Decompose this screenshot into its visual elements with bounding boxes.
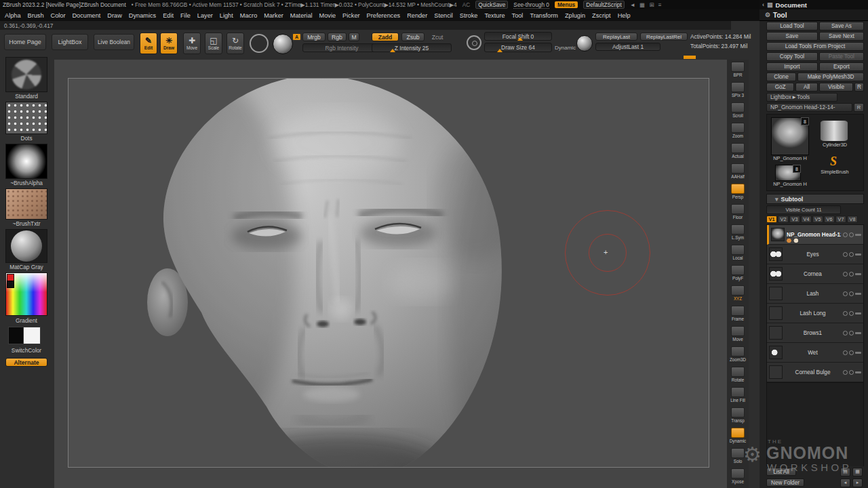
shelf-button[interactable]: SPix 3 <box>728 80 748 100</box>
grid-view-icon[interactable]: ▦ <box>852 468 863 476</box>
menu-item[interactable]: Layer <box>197 12 213 19</box>
material-thumb[interactable] <box>5 229 47 263</box>
menu-item[interactable]: Dynamics <box>129 12 156 19</box>
save-button[interactable]: Save <box>766 32 818 41</box>
scale-mode-button[interactable]: ◱ Scale <box>205 33 222 54</box>
shelf-button[interactable]: Move <box>728 324 748 344</box>
texture-thumb[interactable] <box>5 188 47 220</box>
menu-item[interactable]: Alpha <box>5 12 21 19</box>
rgb-button[interactable]: Rgb <box>328 33 347 41</box>
dynamic-label[interactable]: Dynamic <box>555 45 576 51</box>
menu-item[interactable]: Stencil <box>434 12 453 19</box>
menu-item[interactable]: Brush <box>28 12 44 19</box>
shelf-button[interactable]: AAHalf <box>728 161 748 182</box>
active-tool-name-bar[interactable]: NP_Gnomon Head-12-14- <box>766 103 852 112</box>
alternate-button[interactable]: Alternate <box>5 358 47 367</box>
subtool-row[interactable]: Lash Long <box>767 304 863 323</box>
secondary-color-swatch[interactable] <box>7 281 14 288</box>
zadd-button[interactable]: Zadd <box>372 33 399 41</box>
subtool-row-icons[interactable] <box>843 350 861 355</box>
menu-item[interactable]: Stroke <box>460 12 478 19</box>
color-picker[interactable] <box>5 272 47 316</box>
m-button[interactable]: M <box>349 33 359 41</box>
load-tool-button[interactable]: Load Tool <box>766 22 818 30</box>
subtool-thumb[interactable] <box>769 247 783 261</box>
shelf-button[interactable]: Xpose <box>728 466 748 487</box>
rotate-mode-button[interactable]: ↻ Rotate <box>226 33 244 54</box>
shelf-button[interactable]: Frame <box>728 304 748 324</box>
subtool-row-icons[interactable] <box>843 232 861 237</box>
subtool-view-tab[interactable]: V2 <box>778 216 789 223</box>
visible-button[interactable]: Visible <box>819 83 853 92</box>
shelf-button[interactable]: L.Sym <box>728 222 748 243</box>
subtool-expander-icon[interactable]: ▾ <box>775 196 778 203</box>
subtool-view-tab[interactable]: V6 <box>824 216 835 223</box>
subtool-view-tab[interactable]: V4 <box>801 216 812 223</box>
menu-item[interactable]: Macro <box>240 12 258 19</box>
draw-size-slider[interactable]: Draw Size 64 <box>484 43 552 52</box>
document-panel-header[interactable]: ‹ ▤ Document <box>760 0 868 9</box>
subtool-row-icons[interactable] <box>843 252 861 257</box>
mrgb-a-chip[interactable]: A <box>293 34 300 40</box>
menu-item[interactable]: Help <box>618 12 631 19</box>
subtool-row-icons[interactable] <box>843 291 861 296</box>
current-tool-thumb[interactable]: 8 <box>771 117 809 155</box>
see-through-slider[interactable]: See-through 0 <box>513 1 549 9</box>
visible-count-slider[interactable]: Visible Count 11 <box>766 205 841 214</box>
tool-panel-header[interactable]: ⚙ Tool <box>760 9 868 21</box>
alpha-thumb[interactable] <box>5 144 47 179</box>
save-as-button[interactable]: Save As <box>819 22 864 30</box>
shelf-button[interactable]: Scroll <box>728 100 748 121</box>
scroll-left-icon[interactable]: ◂ <box>840 479 850 487</box>
subtool-row[interactable]: Cornea <box>767 264 863 284</box>
menu-item[interactable]: Document <box>72 12 100 19</box>
menu-item[interactable]: Color <box>51 12 66 19</box>
load-tools-from-project-button[interactable]: Load Tools From Project <box>766 42 864 51</box>
shelf-button[interactable]: Zoom3D <box>728 344 748 365</box>
goz-button[interactable]: GoZ <box>766 83 794 92</box>
subtool-view-tab[interactable]: V3 <box>789 216 800 223</box>
subtool-view-tab[interactable]: V1 <box>766 216 777 223</box>
stroke-thumb-dots[interactable] <box>5 102 47 134</box>
menu-item[interactable]: Draw <box>107 12 121 19</box>
subtool-row-icons[interactable] <box>843 311 861 316</box>
r-button[interactable]: R <box>854 83 864 92</box>
shelf-button[interactable]: Persp <box>728 182 748 202</box>
subtool-row-icons[interactable] <box>843 370 861 375</box>
list-all-button[interactable]: List All <box>766 468 796 476</box>
brush-thumb-standard[interactable] <box>5 57 47 92</box>
subtool-row-icons[interactable] <box>843 331 861 336</box>
menu-item[interactable]: Zplugin <box>565 12 585 19</box>
shelf-button[interactable]: Solo <box>728 446 748 466</box>
live-boolean-button[interactable]: Live Boolean <box>94 34 134 50</box>
import-button[interactable]: Import <box>766 62 818 71</box>
subtool-thumb[interactable] <box>769 346 783 359</box>
subtool-view-tab[interactable]: V7 <box>835 216 846 223</box>
tool-name-config-box[interactable]: R <box>854 103 864 112</box>
menu-item[interactable]: Zscript <box>592 12 611 19</box>
subtool-thumb[interactable] <box>769 267 783 281</box>
shelf-button[interactable]: Zoom <box>728 121 748 141</box>
make-polymesh3d-button[interactable]: Make PolyMesh3D <box>797 73 864 81</box>
titlebar-icon-cluster[interactable]: ◄ ▦ ⊞ ≡ <box>630 1 663 8</box>
cylinder3d-thumb[interactable] <box>820 120 848 142</box>
subtool-row[interactable]: Eyes <box>767 245 863 264</box>
lightbox-tools-button[interactable]: Lightbox►Tools <box>766 93 837 102</box>
shelf-button[interactable]: Dynamic <box>728 426 748 446</box>
stroke-preview-icon[interactable] <box>250 34 269 53</box>
new-folder-button[interactable]: New Folder <box>766 479 804 487</box>
shelf-button[interactable]: PolyF <box>728 263 748 283</box>
zsub-button[interactable]: Zsub <box>401 33 425 41</box>
menu-item[interactable]: Material <box>290 12 313 19</box>
focal-falloff-icon[interactable] <box>467 35 481 50</box>
quicksave-button[interactable]: QuickSave <box>475 1 508 9</box>
menu-item[interactable]: Movie <box>319 12 336 19</box>
edit-mode-button[interactable]: ✎ Edit <box>140 33 157 54</box>
subtool-row[interactable]: Brows1 <box>767 323 863 343</box>
replay-preview-icon[interactable] <box>576 35 593 52</box>
material-preview-icon[interactable] <box>273 34 293 54</box>
menu-item[interactable]: File <box>180 12 191 19</box>
mrgb-button[interactable]: Mrgb <box>302 33 326 41</box>
subtool-thumb[interactable] <box>771 228 785 241</box>
shelf-button[interactable]: BPR <box>728 60 748 80</box>
